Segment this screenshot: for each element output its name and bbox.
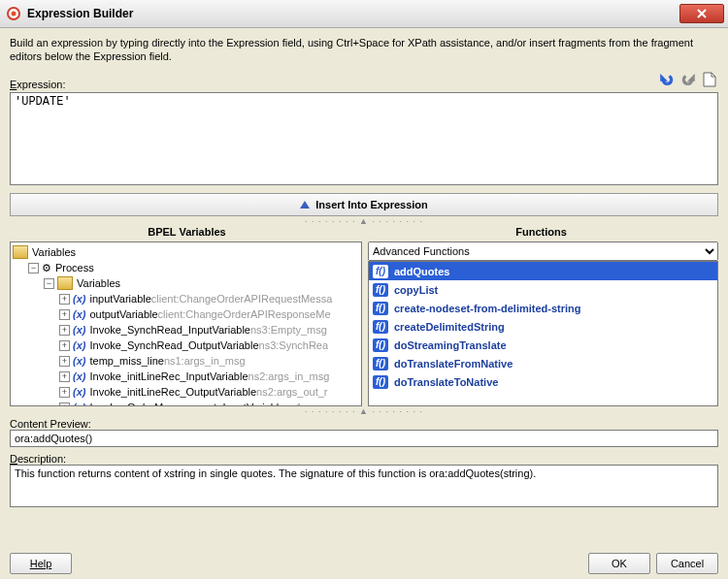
variable-name: Invoke_OrderManagement_InputVariable: [89, 402, 284, 405]
variable-icon: (x): [73, 339, 85, 351]
function-icon: f(): [373, 338, 388, 352]
cancel-button[interactable]: Cancel: [656, 553, 718, 574]
variable-icon: (x): [73, 370, 85, 382]
variable-name: temp_miss_line: [89, 355, 163, 367]
folder-icon: [57, 276, 73, 290]
functions-panel: Advanced Functions f()addQuotesf()copyLi…: [368, 241, 718, 406]
collapse-icon[interactable]: −: [44, 278, 54, 289]
function-item[interactable]: f()addQuotes: [369, 262, 717, 280]
content-preview-label: Content Preview:: [10, 418, 718, 430]
expression-label: Expression:: [10, 79, 658, 90]
expand-icon[interactable]: +: [59, 309, 70, 320]
panel-divider-bottom: · · · · · · · · ▲ · · · · · · · ·: [10, 406, 718, 412]
variable-type-hint: ns3:SynchRea: [259, 339, 329, 351]
tree-root[interactable]: Variables: [13, 244, 359, 260]
collapse-icon[interactable]: −: [28, 263, 39, 273]
panel-divider: · · · · · · · · ▲ · · · · · · · ·: [10, 216, 718, 222]
svg-point-1: [12, 12, 17, 16]
variable-type-hint: ns2:args_out_r: [256, 386, 327, 398]
redo-icon[interactable]: [679, 71, 697, 88]
variables-tree[interactable]: Variables −⚙Process −Variables +(x)input…: [11, 242, 361, 405]
variable-name: Invoke_initLineRec_InputVariable: [89, 370, 248, 382]
description-box: This function returns content of xstring…: [10, 465, 718, 507]
process-icon: ⚙: [42, 262, 51, 274]
variable-type-hint: ns1:arg: [284, 402, 320, 405]
close-button[interactable]: [679, 4, 724, 23]
function-icon: f(): [373, 375, 388, 389]
bpel-variables-panel: Variables −⚙Process −Variables +(x)input…: [10, 241, 362, 406]
variable-type-hint: ns3:Empty_msg: [250, 324, 327, 336]
function-icon: f(): [373, 283, 388, 297]
tree-variable-item[interactable]: +(x)Invoke_SynchRead_OutputVariable ns3:…: [13, 338, 359, 353]
variable-type-hint: client:ChangeOrderAPIRequestMessa: [151, 293, 332, 305]
expand-icon[interactable]: +: [59, 402, 70, 406]
tree-variable-item[interactable]: +(x)inputVariable client:ChangeOrderAPIR…: [13, 291, 359, 306]
expand-icon[interactable]: +: [59, 387, 70, 398]
tree-variable-item[interactable]: +(x)temp_miss_line ns1:args_in_msg: [13, 353, 359, 369]
dialog-title: Expression Builder: [27, 7, 679, 20]
instructions-text: Build an expression by typing directly i…: [10, 36, 718, 63]
variable-icon: (x): [73, 293, 85, 305]
function-icon: f(): [373, 302, 388, 315]
variable-type-hint: client:ChangeOrderAPIResponseMe: [158, 308, 331, 320]
expand-icon[interactable]: +: [59, 371, 70, 382]
tree-variable-item[interactable]: +(x)Invoke_initLineRec_OutputVariable ns…: [13, 384, 359, 400]
expand-icon[interactable]: +: [59, 294, 70, 305]
variable-name: Invoke_initLineRec_OutputVariable: [89, 386, 256, 398]
tree-variable-item[interactable]: +(x)Invoke_SynchRead_InputVariable ns3:E…: [13, 322, 359, 338]
variable-name: outputVariable: [89, 308, 157, 320]
variable-icon: (x): [73, 386, 85, 398]
undo-icon[interactable]: [658, 71, 676, 88]
tree-variable-item[interactable]: +(x)outputVariable client:ChangeOrderAPI…: [13, 306, 359, 322]
tree-process[interactable]: −⚙Process: [13, 260, 359, 275]
function-name: create-nodeset-from-delimited-string: [394, 303, 581, 314]
function-item[interactable]: f()copyList: [369, 280, 717, 299]
function-name: doTranslateToNative: [394, 376, 498, 388]
variable-name: inputVariable: [89, 293, 150, 305]
function-item[interactable]: f()doTranslateToNative: [369, 372, 717, 391]
function-icon: f(): [373, 265, 388, 278]
content-preview-field[interactable]: ora:addQuotes(): [10, 430, 718, 447]
tree-variables[interactable]: −Variables: [13, 275, 359, 291]
variable-icon: (x): [73, 355, 85, 367]
expand-icon[interactable]: +: [59, 356, 70, 367]
tree-variable-item[interactable]: +(x)Invoke_OrderManagement_InputVariable…: [13, 400, 359, 405]
function-item[interactable]: f()create-nodeset-from-delimited-string: [369, 299, 717, 317]
insert-into-expression-button[interactable]: Insert Into Expression: [10, 193, 718, 216]
variable-icon: (x): [73, 308, 85, 320]
function-name: addQuotes: [394, 266, 449, 277]
dialog-footer: Help OK Cancel: [10, 545, 718, 574]
dialog-content: Build an expression by typing directly i…: [0, 28, 728, 579]
function-name: doStreamingTranslate: [394, 339, 507, 351]
function-icon: f(): [373, 320, 388, 334]
new-doc-icon[interactable]: [701, 71, 718, 88]
functions-header: Functions: [364, 224, 718, 240]
titlebar: Expression Builder: [0, 0, 728, 28]
variable-type-hint: ns2:args_in_msg: [248, 370, 330, 382]
expand-icon[interactable]: +: [59, 325, 70, 336]
up-arrow-icon: [300, 201, 310, 209]
function-category-select[interactable]: Advanced Functions: [368, 241, 718, 261]
function-list[interactable]: f()addQuotesf()copyListf()create-nodeset…: [369, 262, 717, 405]
variable-icon: (x): [73, 402, 85, 405]
function-icon: f(): [373, 357, 388, 370]
function-name: createDelimitedString: [394, 321, 505, 333]
variable-icon: (x): [73, 324, 85, 336]
variable-name: Invoke_SynchRead_InputVariable: [89, 324, 250, 336]
help-button[interactable]: Help: [10, 553, 72, 574]
function-name: doTranslateFromNative: [394, 358, 513, 370]
function-item[interactable]: f()doStreamingTranslate: [369, 336, 717, 354]
ok-button[interactable]: OK: [588, 553, 650, 574]
variable-type-hint: ns1:args_in_msg: [164, 355, 246, 367]
app-icon: [6, 6, 21, 21]
variable-name: Invoke_SynchRead_OutputVariable: [89, 339, 258, 351]
description-label: Description:: [10, 453, 718, 465]
tree-variable-item[interactable]: +(x)Invoke_initLineRec_InputVariable ns2…: [13, 369, 359, 384]
folder-icon: [13, 245, 28, 259]
bpel-variables-header: BPEL Variables: [10, 224, 364, 240]
expression-textarea[interactable]: 'UPDATE': [10, 92, 718, 185]
function-item[interactable]: f()doTranslateFromNative: [369, 354, 717, 372]
expand-icon[interactable]: +: [59, 340, 70, 351]
function-item[interactable]: f()createDelimitedString: [369, 317, 717, 336]
function-name: copyList: [394, 284, 438, 296]
